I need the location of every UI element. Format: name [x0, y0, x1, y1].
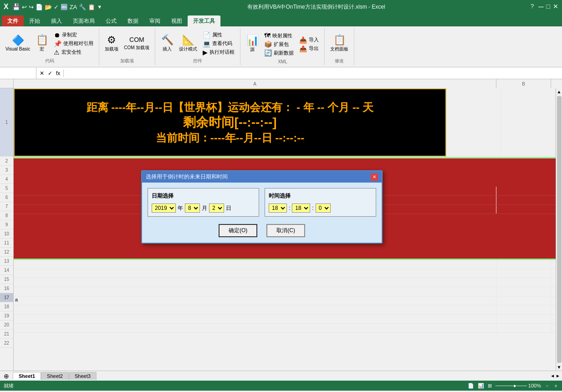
name-box[interactable] [0, 67, 36, 79]
com-addins-btn[interactable]: COM COM 加载项 [122, 35, 151, 52]
hour-select[interactable]: 18 [269, 204, 287, 213]
scroll-up-btn[interactable]: ▲ [556, 88, 562, 95]
maximize-icon[interactable]: □ [547, 3, 550, 11]
row-num-21[interactable]: 21 [0, 330, 13, 339]
cancel-btn[interactable]: 取消(C) [266, 224, 305, 237]
cell-b19[interactable] [496, 296, 551, 305]
insert-ctrl-btn[interactable]: 🔨 插入 [159, 34, 175, 53]
more-icon[interactable]: ▼ [97, 4, 102, 10]
map-props-btn[interactable]: 🗺 映射属性 [262, 31, 296, 40]
save-icon[interactable]: 💾 [12, 3, 20, 10]
view-code-btn[interactable]: 💻 查看代码 [201, 40, 236, 48]
row-num-18[interactable]: 18 [0, 302, 13, 311]
vertical-scrollbar[interactable]: ▲ ▼ [556, 88, 562, 371]
cell-c20[interactable] [551, 305, 556, 314]
cell-a22[interactable] [14, 324, 496, 332]
row-num-7[interactable]: 7 [0, 202, 13, 211]
confirm-formula-btn[interactable]: ✓ [46, 70, 54, 77]
sort2-icon[interactable]: ZA [70, 4, 77, 10]
help-icon[interactable]: ? [531, 3, 534, 11]
cell-a15[interactable] [14, 260, 496, 269]
cell-c16[interactable] [551, 269, 556, 278]
undo-icon[interactable]: ↩ [22, 4, 27, 10]
row-num-4[interactable]: 4 [0, 175, 13, 184]
tab-file[interactable]: 文件 [2, 15, 24, 26]
date-time-dialog[interactable]: 选择用于倒计时的未来日期和时间 ✕ 日期选择 2019 [141, 170, 383, 244]
design-mode-btn[interactable]: 📐 设计模式 [177, 34, 199, 53]
close-icon[interactable]: ✕ [553, 3, 558, 11]
sheet-tab-2[interactable]: Sheet2 [41, 372, 69, 380]
cell-c15[interactable] [551, 260, 556, 269]
scroll-right-btn[interactable]: ► [556, 373, 560, 378]
cell-c18[interactable] [551, 287, 556, 296]
zoom-out-icon[interactable]: － [545, 382, 550, 389]
cell-c19[interactable] [551, 296, 556, 305]
doc-panel-btn[interactable]: 📋 文档面板 [328, 34, 350, 53]
year-select[interactable]: 2019 [152, 204, 176, 213]
check-icon[interactable]: ✓ [54, 4, 59, 10]
cell-b20[interactable] [496, 305, 551, 314]
tab-formula[interactable]: 公式 [100, 15, 122, 26]
import-btn[interactable]: 📥 导入 [297, 36, 321, 44]
cell-a21[interactable] [14, 315, 496, 323]
row-num-12[interactable]: 12 [0, 248, 13, 257]
addins-btn[interactable]: ⚙ 加载项 [103, 34, 120, 53]
col-header-b[interactable]: B [496, 79, 551, 88]
macro-security-btn[interactable]: ⚠ 宏安全性 [52, 48, 95, 56]
row-num-14[interactable]: 14 [0, 266, 13, 275]
cell-b16[interactable] [496, 269, 551, 278]
visual-basic-btn[interactable]: 🔷 Visual Basic [4, 35, 32, 52]
cell-a20[interactable] [14, 305, 496, 314]
row-num-22[interactable]: 22 [0, 339, 13, 348]
row-num-13[interactable]: 13 [0, 257, 13, 266]
tab-page-layout[interactable]: 页面布局 [67, 15, 100, 26]
row-num-9[interactable]: 9 [0, 220, 13, 229]
minimize-icon[interactable]: ─ [538, 3, 543, 11]
tab-data[interactable]: 数据 [122, 15, 144, 26]
run-dialog-btn[interactable]: ▶ 执行对话框 [201, 48, 236, 56]
tab-review[interactable]: 审阅 [144, 15, 166, 26]
sheet-tab-1[interactable]: Sheet1 [13, 372, 41, 380]
function-btn[interactable]: fx [55, 70, 61, 77]
cell-b15[interactable] [496, 260, 551, 269]
row-num-10[interactable]: 10 [0, 229, 13, 239]
layout-view-icon[interactable]: 📊 [478, 383, 484, 389]
cell-c22[interactable] [551, 324, 556, 332]
scroll-down-btn[interactable]: ▼ [556, 364, 562, 371]
tab-developer[interactable]: 开发工具 [188, 15, 220, 26]
redo-icon[interactable]: ↪ [29, 4, 34, 10]
month-select[interactable]: 8 [185, 204, 200, 213]
row-num-6[interactable]: 6 [0, 193, 13, 202]
row-num-19[interactable]: 19 [0, 311, 13, 321]
cell-a18[interactable] [14, 287, 496, 296]
new-sheet-btn[interactable]: ⊕ [0, 372, 13, 380]
page-view-icon[interactable]: 📄 [468, 383, 474, 389]
row-num-17[interactable]: 17 [0, 293, 13, 302]
tab-view[interactable]: 视图 [166, 15, 188, 26]
row-num-15[interactable]: 15 [0, 275, 13, 284]
second-select[interactable]: 0 [316, 204, 331, 213]
tab-insert[interactable]: 插入 [46, 15, 67, 26]
cell-a16[interactable] [14, 269, 496, 278]
cell-a19[interactable]: a [14, 296, 496, 305]
refresh-btn[interactable]: 🔄 刷新数据 [262, 49, 296, 57]
row-num-1[interactable]: 1 [0, 88, 13, 157]
scroll-thumb[interactable] [557, 96, 562, 363]
cell-b17[interactable] [496, 278, 551, 287]
copy-icon[interactable]: 📋 [88, 4, 95, 10]
zoom-in-icon[interactable]: ＋ [553, 382, 558, 389]
new-icon[interactable]: 📄 [36, 4, 43, 10]
expand-btn[interactable]: 📦 扩展包 [262, 40, 296, 48]
cell-c1[interactable] [501, 88, 556, 157]
row-num-5[interactable]: 5 [0, 184, 13, 193]
minute-select[interactable]: 18 [292, 204, 310, 213]
record-macro-btn[interactable]: ⏺ 录制宏 [52, 31, 95, 39]
confirm-btn[interactable]: 确定(O) [219, 224, 257, 237]
export-btn[interactable]: 📤 导出 [297, 45, 321, 53]
cell-b1[interactable] [446, 88, 501, 157]
sheet-tab-3[interactable]: Sheet3 [69, 372, 97, 380]
row-num-2[interactable]: 2 [0, 157, 13, 166]
row-num-8[interactable]: 8 [0, 211, 13, 220]
cell-c21[interactable] [551, 315, 556, 323]
scroll-left-btn[interactable]: ◄ [550, 373, 555, 378]
